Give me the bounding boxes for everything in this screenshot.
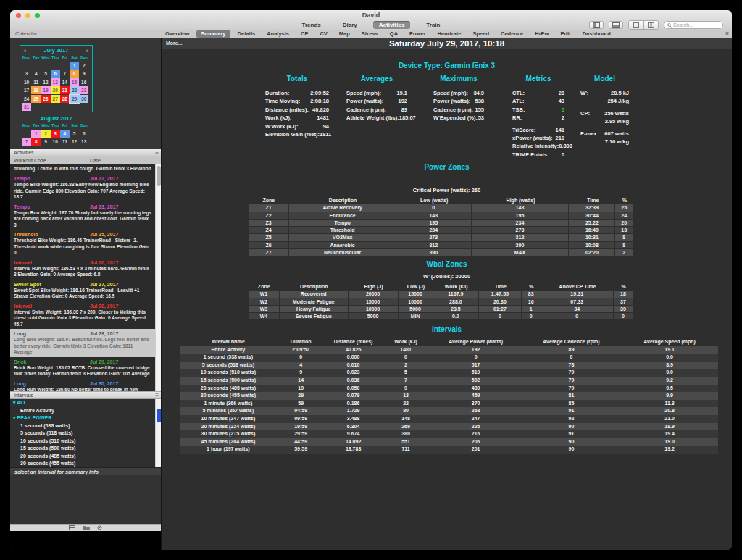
interval-group[interactable]: ▾ PEAK POWER xyxy=(10,414,155,422)
activity-item[interactable]: ThresholdJul 25, 2017Threshold Bike Weig… xyxy=(10,230,155,258)
activities-menu-icon[interactable]: ≡ xyxy=(155,149,159,156)
calendar-day[interactable]: 23 xyxy=(79,86,88,94)
subtab-details[interactable]: Details xyxy=(233,30,260,38)
activity-item[interactable]: TempoJul 23, 2017Tempo Run Weight: 187.7… xyxy=(10,202,155,230)
subtab-power[interactable]: Power xyxy=(405,30,430,38)
calendar-day[interactable]: 19 xyxy=(41,86,50,94)
col-date[interactable]: Date xyxy=(90,156,101,164)
calendar-day[interactable]: 20 xyxy=(51,86,60,94)
interval-item[interactable]: 1 second (538 watts) xyxy=(10,422,155,430)
interval-item[interactable]: 20 seconds (485 watts) xyxy=(10,453,155,461)
main-tab-activities[interactable]: Activities xyxy=(373,21,411,29)
activity-item[interactable]: LongJul 30, 2017Long Run Weight: 186.60 … xyxy=(10,379,155,392)
next-month-icon[interactable]: ▸ xyxy=(86,46,89,54)
interval-item[interactable]: 5 seconds (518 watts) xyxy=(10,430,155,438)
subtab-qa[interactable]: QA xyxy=(385,30,402,38)
subtab-edit[interactable]: Edit xyxy=(556,30,575,38)
calendar-day[interactable]: 1 xyxy=(31,130,41,138)
subtab-hrpw[interactable]: HrPw xyxy=(530,30,553,38)
tab-view-icon[interactable] xyxy=(643,21,658,29)
calendar-day[interactable]: 14 xyxy=(60,78,70,86)
calendar-day[interactable]: 1 xyxy=(70,62,79,70)
activity-item[interactable]: BrickJul 29, 2017Brick Run Weight: 185.0… xyxy=(10,357,155,379)
calendar-day[interactable]: 12 xyxy=(70,138,79,146)
search-input[interactable]: Search... xyxy=(664,21,723,29)
calendar-day[interactable]: 8 xyxy=(31,138,41,146)
activity-item[interactable]: Sweet SpotJul 27, 2017Sweet Spot Bike We… xyxy=(10,280,155,301)
calendar-day[interactable]: 7 xyxy=(60,70,70,78)
calendar-day[interactable]: 26 xyxy=(41,95,50,103)
calendar-day[interactable]: 13 xyxy=(51,78,60,86)
calendar-day[interactable]: 3 xyxy=(22,70,31,78)
subtab-dashboard[interactable]: Dashboard xyxy=(578,30,615,38)
interval-item[interactable]: 30 seconds (455 watts) xyxy=(10,460,155,467)
interval-group[interactable]: ▾ ALL xyxy=(10,399,155,407)
subtab-speed[interactable]: Speed xyxy=(469,30,494,38)
intervals-menu-icon[interactable]: ≡ xyxy=(155,392,159,399)
calendar-day[interactable]: 27 xyxy=(51,95,60,103)
grid-icon[interactable] xyxy=(69,525,75,530)
subtab-summary[interactable]: Summary xyxy=(196,30,230,38)
subtab-cadence[interactable]: Cadence xyxy=(496,30,528,38)
calendar-day[interactable]: 6 xyxy=(51,70,60,78)
calendar-day[interactable]: 15 xyxy=(70,78,79,86)
calendar-day[interactable]: 24 xyxy=(22,95,31,103)
activity-item[interactable]: drowning. I came in with this cough. Gar… xyxy=(10,164,155,174)
calendar-day[interactable]: 10 xyxy=(22,78,31,86)
prev-month-icon[interactable]: ◂ xyxy=(23,46,26,54)
calendar-day[interactable]: 7 xyxy=(22,138,31,146)
calendar-day[interactable]: 5 xyxy=(70,130,79,138)
calendar-day[interactable]: 9 xyxy=(41,138,50,146)
calendar-day[interactable]: 31 xyxy=(22,103,31,111)
interval-item[interactable]: Entire Activity xyxy=(10,407,155,415)
main-tab-trends[interactable]: Trends xyxy=(296,21,327,29)
interval-item[interactable]: 10 seconds (510 watts) xyxy=(10,438,155,446)
calendar-day[interactable]: 22 xyxy=(70,86,79,94)
zoom-button[interactable] xyxy=(35,13,40,18)
subtab-map[interactable]: Map xyxy=(335,30,354,38)
subtab-stress[interactable]: Stress xyxy=(357,30,383,38)
calendar-day[interactable]: 28 xyxy=(60,95,70,103)
activity-item[interactable]: IntervalJul 28, 2017Interval Swim Weight… xyxy=(10,301,155,330)
bottom-panel-icon[interactable] xyxy=(609,21,623,29)
calendar-day[interactable]: 10 xyxy=(51,138,60,146)
calendar-day[interactable]: 21 xyxy=(60,86,70,94)
calendar-day[interactable]: 11 xyxy=(60,138,70,146)
calendar-day[interactable]: 9 xyxy=(79,70,88,78)
calendar-day[interactable]: 29 xyxy=(70,95,79,103)
gear-icon[interactable] xyxy=(97,525,102,530)
calendar-day[interactable]: 17 xyxy=(22,86,31,94)
subtab-heartrate[interactable]: Heartrate xyxy=(433,30,466,38)
folder-icon[interactable] xyxy=(83,525,90,530)
activity-item[interactable]: TempoJul 22, 2017Tempo Bike Weight: 186.… xyxy=(10,174,155,202)
sidebar-panel-icon[interactable] xyxy=(589,21,604,29)
calendar-day[interactable]: 13 xyxy=(79,138,88,146)
subtab-analysis[interactable]: Analysis xyxy=(262,30,293,38)
minimize-button[interactable] xyxy=(25,13,30,18)
interval-item[interactable]: 15 seconds (500 watts) xyxy=(10,445,155,453)
calendar-day[interactable]: 5 xyxy=(41,70,50,78)
calendar-day[interactable]: 2 xyxy=(41,130,50,138)
calendar-day[interactable]: 18 xyxy=(31,86,41,94)
calendar-day[interactable]: 25 xyxy=(31,95,41,103)
main-tab-diary[interactable]: Diary xyxy=(337,21,363,29)
calendar-day[interactable]: 3 xyxy=(51,130,60,138)
main-tab-train[interactable]: Train xyxy=(420,21,446,29)
calendar-day[interactable]: 12 xyxy=(41,78,50,86)
subtab-cv[interactable]: CV xyxy=(315,30,331,38)
activity-item[interactable]: LongJul 29, 2017Long Bike Weight: 185.07… xyxy=(10,329,155,357)
calendar-day[interactable]: 8 xyxy=(70,70,79,78)
subtab-overflow-icon[interactable]: ≡ xyxy=(725,30,729,38)
calendar-day[interactable]: 6 xyxy=(79,130,88,138)
activities-scrollbar[interactable] xyxy=(155,164,161,391)
calendar-day[interactable]: 16 xyxy=(79,78,88,86)
calendar-day[interactable]: 11 xyxy=(31,78,41,86)
calendar-day[interactable]: 30 xyxy=(79,95,88,103)
intervals-scrollbar[interactable] xyxy=(155,399,161,467)
close-button[interactable] xyxy=(16,13,21,18)
subtab-overview[interactable]: Overview xyxy=(161,30,193,38)
col-workout-code[interactable]: Workout Code xyxy=(14,158,46,163)
calendar-day[interactable]: 4 xyxy=(60,130,70,138)
tile-view-icon[interactable] xyxy=(629,21,643,29)
subtab-cp[interactable]: CP xyxy=(296,30,312,38)
